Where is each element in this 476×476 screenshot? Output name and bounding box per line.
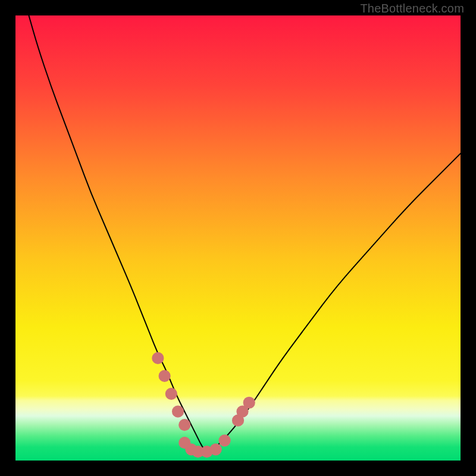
plot-area	[15, 15, 461, 461]
highlight-point	[218, 434, 230, 446]
watermark-text: TheBottleneck.com	[360, 2, 464, 15]
highlight-point	[152, 352, 164, 364]
highlight-point	[178, 419, 190, 431]
bottleneck-curve	[29, 15, 461, 450]
chart-frame: TheBottleneck.com	[0, 0, 476, 476]
highlight-point	[210, 443, 222, 455]
highlight-point	[243, 397, 255, 409]
curve-layer	[15, 15, 461, 461]
highlight-point	[165, 388, 177, 400]
highlight-point	[172, 406, 184, 418]
highlight-point	[158, 370, 170, 382]
highlight-markers	[152, 352, 255, 458]
